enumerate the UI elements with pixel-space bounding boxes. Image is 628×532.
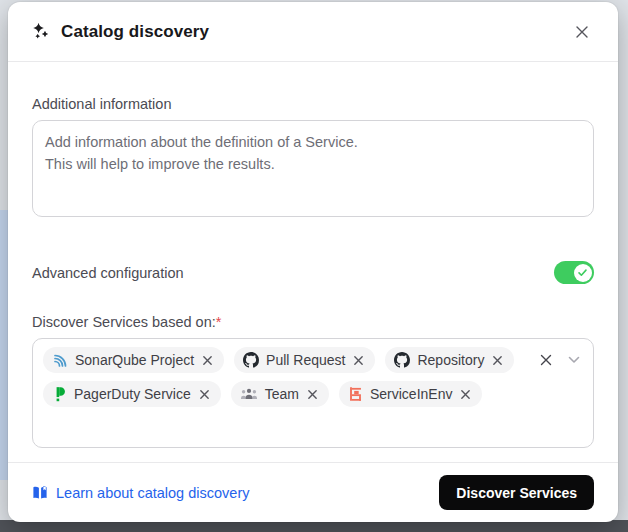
required-asterisk: * <box>216 314 222 330</box>
backdrop-left-strip <box>0 210 8 480</box>
sparkles-icon <box>32 22 51 41</box>
service-in-env-icon <box>348 386 363 402</box>
chip-label: Repository <box>417 352 484 368</box>
chevron-down-icon <box>568 355 580 365</box>
additional-info-label: Additional information <box>32 96 594 112</box>
discover-services-multiselect[interactable]: SonarQube Project Pull Request <box>32 338 594 448</box>
modal-title: Catalog discovery <box>61 22 209 42</box>
chip-remove-button[interactable] <box>198 388 211 401</box>
chip-service-in-env: ServiceInEnv <box>339 381 482 407</box>
chip-pull-request: Pull Request <box>234 347 375 373</box>
pagerduty-icon <box>52 386 67 402</box>
open-dropdown-button[interactable] <box>567 354 581 366</box>
discover-services-label-text: Discover Services based on: <box>32 314 216 330</box>
modal-header: Catalog discovery <box>8 2 618 62</box>
chip-remove-button[interactable] <box>491 354 504 367</box>
book-icon <box>32 485 48 501</box>
modal-footer: Learn about catalog discovery Discover S… <box>8 462 618 522</box>
close-button[interactable] <box>570 20 594 44</box>
advanced-configuration-toggle[interactable] <box>554 261 594 284</box>
select-controls <box>538 352 581 368</box>
github-icon <box>394 352 410 368</box>
check-icon <box>577 267 588 278</box>
team-icon <box>240 387 258 401</box>
chip-label: SonarQube Project <box>75 352 194 368</box>
learn-about-catalog-discovery-link[interactable]: Learn about catalog discovery <box>32 485 249 501</box>
chip-sonarqube-project: SonarQube Project <box>43 347 224 373</box>
chip-pagerduty-service: PagerDuty Service <box>43 381 221 407</box>
chip-remove-button[interactable] <box>459 388 472 401</box>
chip-remove-button[interactable] <box>306 388 319 401</box>
github-icon <box>243 352 259 368</box>
discover-services-button[interactable]: Discover Services <box>439 475 594 510</box>
chip-team: Team <box>231 381 329 407</box>
chip-remove-button[interactable] <box>352 354 365 367</box>
chip-label: Pull Request <box>266 352 345 368</box>
chip-label: PagerDuty Service <box>74 386 191 402</box>
advanced-configuration-row: Advanced configuration <box>32 261 594 284</box>
catalog-discovery-modal: Catalog discovery Additional information… <box>8 2 618 522</box>
toggle-thumb <box>574 264 592 282</box>
modal-body: Additional information Advanced configur… <box>8 62 618 462</box>
advanced-configuration-label: Advanced configuration <box>32 265 184 281</box>
learn-link-label: Learn about catalog discovery <box>56 485 249 501</box>
clear-icon <box>539 353 553 367</box>
additional-info-textarea[interactable] <box>32 120 594 217</box>
chip-label: Team <box>265 386 299 402</box>
discover-services-label: Discover Services based on:* <box>32 314 594 330</box>
chip-repository: Repository <box>385 347 514 373</box>
sonarqube-icon <box>52 352 68 368</box>
chip-remove-button[interactable] <box>201 354 214 367</box>
chip-label: ServiceInEnv <box>370 386 452 402</box>
close-icon <box>574 24 590 40</box>
clear-selection-button[interactable] <box>538 352 554 368</box>
selected-chips: SonarQube Project Pull Request <box>43 347 583 407</box>
